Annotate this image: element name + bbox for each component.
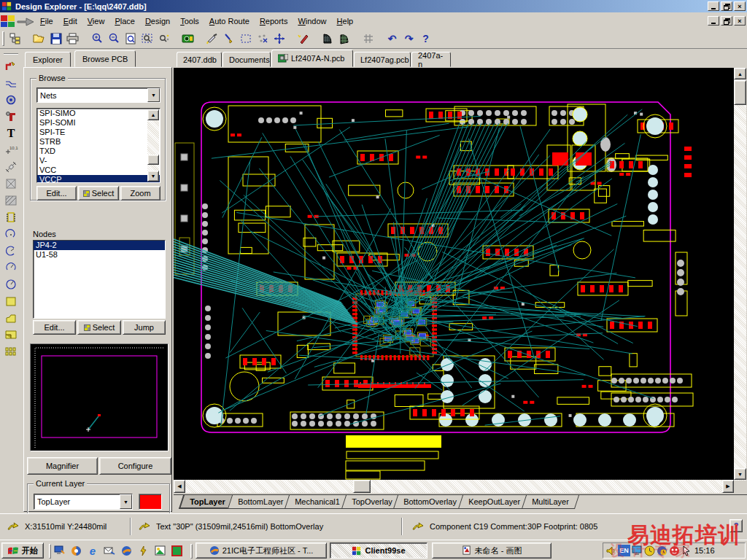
qq-messenger-icon[interactable] xyxy=(669,545,680,556)
media-player-icon[interactable] xyxy=(69,544,82,557)
current-layer-select[interactable]: TopLayer ▼ xyxy=(34,494,133,510)
tab-browse-pcb[interactable]: Browse PCB xyxy=(74,50,136,67)
board-view-2-icon[interactable] xyxy=(336,31,352,47)
scroll-up-icon[interactable]: ▲ xyxy=(734,68,746,79)
zoom-area-icon[interactable] xyxy=(139,31,155,47)
redo-icon[interactable]: ↷ xyxy=(400,31,417,47)
status-help-button[interactable]: ? xyxy=(729,519,743,532)
layer-tab-bottomlayer[interactable]: BottomLayer xyxy=(228,495,294,509)
select-area-icon[interactable] xyxy=(237,31,254,47)
deselect-icon[interactable] xyxy=(254,31,271,47)
list-item[interactable]: SPI-TE xyxy=(37,128,160,137)
task-21ic-browser[interactable]: 21IC电子工程师社区 - T... xyxy=(196,542,327,559)
menu-auto-route[interactable]: Auto Route xyxy=(204,15,255,28)
scroll-thumb[interactable] xyxy=(353,480,371,493)
scroll-up-icon[interactable]: ▲ xyxy=(147,109,159,120)
split-plane-icon[interactable] xyxy=(2,326,20,343)
task-client99se[interactable]: Client99se xyxy=(330,542,427,559)
component-icon[interactable] xyxy=(2,209,20,225)
move-object-icon[interactable] xyxy=(271,31,287,47)
minimize-button[interactable] xyxy=(708,1,719,11)
scroll-left-icon[interactable]: ◀ xyxy=(174,480,185,493)
tab-2407-ddb[interactable]: 2407.ddb xyxy=(177,52,222,67)
configure-button[interactable]: Configure xyxy=(99,457,171,475)
node-jump-button[interactable]: Jump xyxy=(123,320,166,335)
menu-view[interactable]: View xyxy=(82,15,110,28)
menu-reports[interactable]: Reports xyxy=(255,15,293,28)
net-zoom-button[interactable]: Zoom xyxy=(120,186,160,201)
via-icon[interactable] xyxy=(2,91,20,108)
list-item[interactable]: V- xyxy=(37,156,160,166)
open-document-icon[interactable] xyxy=(31,31,47,47)
pad-array-icon[interactable] xyxy=(2,343,20,359)
arc-center-icon[interactable] xyxy=(2,242,20,259)
horizontal-scrollbar[interactable]: ◀ ▶ xyxy=(174,480,734,493)
tab-explorer[interactable]: Explorer xyxy=(25,52,71,67)
list-item[interactable]: SPI-SIMO xyxy=(37,109,160,118)
board-camera-icon[interactable] xyxy=(179,31,196,47)
text-icon[interactable]: T xyxy=(2,125,20,141)
board-view-1-icon[interactable] xyxy=(319,31,336,47)
close-button[interactable]: × xyxy=(734,1,746,11)
list-item[interactable]: TXD xyxy=(37,147,160,156)
scroll-down-icon[interactable]: ▼ xyxy=(147,171,159,182)
menu-tools[interactable]: Tools xyxy=(175,15,204,28)
scroll-down-icon[interactable]: ▼ xyxy=(734,468,746,480)
layer-tab-bottomoverlay[interactable]: BottomOverlay xyxy=(393,495,467,509)
scroll-thumb[interactable] xyxy=(147,155,159,165)
menu-place[interactable]: Place xyxy=(109,15,140,28)
show-desktop-icon[interactable] xyxy=(53,544,66,557)
net-select-button[interactable]: Select xyxy=(78,186,119,201)
zoom-document-icon[interactable] xyxy=(122,31,139,47)
list-item-selected[interactable]: JP4-2 xyxy=(34,241,165,250)
menu-window[interactable]: Window xyxy=(293,15,331,28)
knife-icon[interactable] xyxy=(204,31,220,47)
scroll-thumb[interactable] xyxy=(734,80,746,105)
menu-help[interactable]: Help xyxy=(332,15,359,28)
mdi-restore-button[interactable] xyxy=(721,16,732,26)
vertical-scrollbar[interactable]: ▲ ▼ xyxy=(734,68,746,493)
task-paint[interactable]: 未命名 - 画图 xyxy=(432,542,551,559)
multi-track-icon[interactable] xyxy=(2,74,20,91)
dialup-icon[interactable] xyxy=(657,545,667,556)
tab-lf2407ag-pcb[interactable]: Lf2407ag.pcb xyxy=(354,52,411,67)
volume-icon[interactable] xyxy=(606,546,616,556)
nodes-list[interactable]: JP4-2 U1-58 xyxy=(33,240,166,319)
layer-tab-multilayer[interactable]: MultiLayer xyxy=(522,495,579,509)
outlook-express-icon[interactable] xyxy=(103,544,116,557)
node-edit-button[interactable]: Edit... xyxy=(33,320,76,335)
menu-file[interactable]: File xyxy=(35,15,58,28)
help-icon[interactable]: ? xyxy=(417,31,434,47)
start-button[interactable]: 开始 xyxy=(1,542,44,559)
pcb-editor-canvas[interactable] xyxy=(174,68,734,480)
browse-mode-select[interactable]: Nets ▼ xyxy=(36,88,160,103)
zoom-point-icon[interactable] xyxy=(155,31,172,47)
room-icon[interactable] xyxy=(2,175,20,192)
layer-tab-keepoutlayer[interactable]: KeepOutLayer xyxy=(458,495,530,509)
menu-edit[interactable]: Edit xyxy=(58,15,82,28)
save-icon[interactable] xyxy=(47,31,64,47)
list-item[interactable]: SPI-SOMI xyxy=(37,118,160,128)
list-item[interactable]: VCC xyxy=(37,166,160,175)
toolbar-grip[interactable] xyxy=(2,31,4,46)
wizard-pen-icon[interactable] xyxy=(295,31,311,47)
grid-toggle-icon[interactable] xyxy=(360,31,376,47)
language-indicator[interactable]: EN xyxy=(618,545,630,556)
scroll-right-icon[interactable]: ▶ xyxy=(722,480,734,493)
image-editor-icon[interactable] xyxy=(153,544,166,557)
print-icon[interactable] xyxy=(64,31,81,47)
mdi-close-button[interactable]: × xyxy=(734,16,746,26)
coordinate-icon[interactable]: 10,10 xyxy=(2,141,20,158)
arc-angles-icon[interactable] xyxy=(2,259,20,276)
magnifier-button[interactable]: Magnifier xyxy=(27,457,98,475)
document-system-icon[interactable] xyxy=(16,16,35,26)
layer-tab-mechanical1[interactable]: Mechanical1 xyxy=(285,495,350,509)
arc-edge-icon[interactable] xyxy=(2,225,20,242)
fill-icon[interactable] xyxy=(2,292,20,309)
pad-icon[interactable] xyxy=(2,108,20,125)
list-item[interactable]: STRB xyxy=(37,137,160,147)
mdi-minimize-button[interactable] xyxy=(708,16,719,26)
internet-explorer-icon[interactable]: e xyxy=(86,544,99,557)
chevron-down-icon[interactable]: ▼ xyxy=(147,88,160,102)
monitor-agent-icon[interactable] xyxy=(632,545,643,556)
